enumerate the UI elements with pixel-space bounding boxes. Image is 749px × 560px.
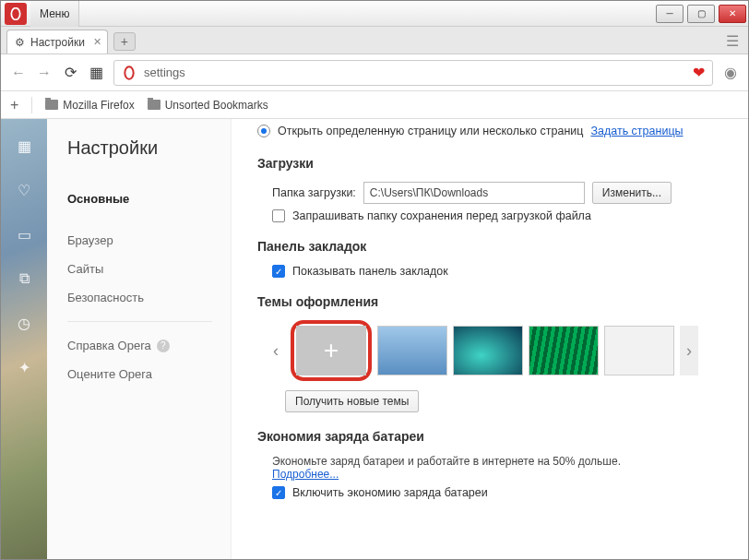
close-button[interactable]: ✕ xyxy=(719,5,746,23)
tab-title: Настройки xyxy=(30,36,85,49)
battery-more-link[interactable]: Подробнее... xyxy=(272,468,339,481)
sidebar-item-sites[interactable]: Сайты xyxy=(67,255,231,283)
gear-icon: ⚙ xyxy=(15,36,25,49)
change-folder-button[interactable]: Изменить... xyxy=(592,182,672,204)
toolbar: ← → ⟳ ▦ ❤ ◉ xyxy=(1,54,748,91)
theme-tile[interactable] xyxy=(453,326,523,375)
new-tab-button[interactable]: + xyxy=(113,32,136,51)
theme-tile[interactable] xyxy=(377,326,447,375)
opera-logo-button[interactable] xyxy=(5,3,27,25)
speed-dial-icon[interactable]: ▦ xyxy=(88,65,104,81)
main-area: ▦ ♡ ▭ ⧉ ◷ ✦ Настройки Основные Браузер С… xyxy=(1,119,748,559)
add-theme-tile[interactable]: + xyxy=(296,326,366,375)
sidebar-item-rate[interactable]: Оцените Opera xyxy=(67,360,231,388)
bookmarks-panel-heading: Панель закладок xyxy=(257,239,731,254)
tab-close-icon[interactable]: ✕ xyxy=(93,36,101,48)
download-folder-label: Папка загрузки: xyxy=(272,186,356,199)
ask-folder-label: Запрашивать папку сохранения перед загру… xyxy=(292,209,591,222)
plus-icon: + xyxy=(324,336,339,365)
tab-bar: ⚙ Настройки ✕ + ☰ xyxy=(1,27,748,54)
startup-option-label: Открыть определенную страницу или нескол… xyxy=(278,125,583,137)
opera-icon xyxy=(9,7,22,20)
settings-content: Открыть определенную страницу или нескол… xyxy=(232,119,748,559)
window-controls: ─ ▢ ✕ xyxy=(654,2,748,26)
battery-description: Экономьте заряд батареи и работайте в ин… xyxy=(272,455,731,468)
add-bookmark-button[interactable]: + xyxy=(10,97,18,113)
bookmarks-bar: + Mozilla Firefox Unsorted Bookmarks xyxy=(1,91,748,119)
download-folder-input[interactable] xyxy=(363,182,585,204)
sidebar-item-help[interactable]: Справка Opera? xyxy=(67,331,231,360)
sidebar-item-browser[interactable]: Браузер xyxy=(67,226,231,255)
extensions-nav-icon[interactable]: ✦ xyxy=(14,357,34,377)
maximize-button[interactable]: ▢ xyxy=(687,5,715,23)
svg-point-0 xyxy=(11,7,19,19)
show-bookmarks-label: Показывать панель закладок xyxy=(292,265,448,278)
downloads-heading: Загрузки xyxy=(257,156,731,171)
themes-heading: Темы оформления xyxy=(257,294,731,309)
devices-nav-icon[interactable]: ⧉ xyxy=(14,268,34,289)
heart-nav-icon[interactable]: ♡ xyxy=(14,180,34,200)
opera-o-icon xyxy=(122,66,137,80)
tab-settings[interactable]: ⚙ Настройки ✕ xyxy=(6,30,108,54)
menu-button[interactable]: Меню xyxy=(30,1,79,27)
settings-sidebar: Настройки Основные Браузер Сайты Безопас… xyxy=(47,119,232,559)
news-nav-icon[interactable]: ▭ xyxy=(14,224,34,244)
bookmark-folder[interactable]: Unsorted Bookmarks xyxy=(148,99,268,112)
show-bookmarks-checkbox[interactable]: ✓ xyxy=(272,265,285,278)
tabs-menu-icon[interactable]: ☰ xyxy=(726,32,739,50)
battery-heading: Экономия заряда батареи xyxy=(257,429,731,444)
set-pages-link[interactable]: Задать страницы xyxy=(590,125,683,137)
back-button[interactable]: ← xyxy=(10,65,27,81)
add-theme-highlight: + xyxy=(291,320,372,381)
forward-button[interactable]: → xyxy=(36,65,53,81)
svg-point-1 xyxy=(125,66,133,78)
startup-radio[interactable] xyxy=(257,125,270,137)
ask-folder-checkbox[interactable] xyxy=(272,209,285,222)
minimize-button[interactable]: ─ xyxy=(656,5,684,23)
sidebar-item-security[interactable]: Безопасность xyxy=(67,283,231,312)
theme-tile[interactable] xyxy=(529,326,599,375)
heart-icon[interactable]: ❤ xyxy=(693,64,705,81)
battery-enable-label: Включить экономию заряда батареи xyxy=(292,486,488,499)
divider xyxy=(31,97,32,113)
battery-enable-checkbox[interactable]: ✓ xyxy=(272,486,285,499)
speed-dial-nav-icon[interactable]: ▦ xyxy=(14,136,34,156)
url-input[interactable] xyxy=(144,66,685,79)
settings-heading: Настройки xyxy=(67,137,231,159)
folder-icon xyxy=(148,100,160,110)
get-themes-button[interactable]: Получить новые темы xyxy=(285,390,419,412)
theme-tile[interactable] xyxy=(604,326,674,375)
history-nav-icon[interactable]: ◷ xyxy=(14,313,34,333)
left-icon-sidebar: ▦ ♡ ▭ ⧉ ◷ ✦ xyxy=(1,119,47,559)
themes-carousel: ‹ + › xyxy=(267,320,731,381)
address-bar[interactable]: ❤ xyxy=(113,60,713,86)
extensions-icon[interactable]: ◉ xyxy=(722,65,739,81)
window-titlebar: Меню ─ ▢ ✕ xyxy=(1,1,748,27)
themes-prev-button[interactable]: ‹ xyxy=(267,326,285,375)
folder-icon xyxy=(45,100,58,110)
help-icon: ? xyxy=(157,340,170,352)
reload-button[interactable]: ⟳ xyxy=(62,65,78,81)
themes-next-button[interactable]: › xyxy=(680,326,698,375)
bookmark-folder[interactable]: Mozilla Firefox xyxy=(45,99,134,112)
sidebar-item-basic[interactable]: Основные xyxy=(67,185,231,213)
